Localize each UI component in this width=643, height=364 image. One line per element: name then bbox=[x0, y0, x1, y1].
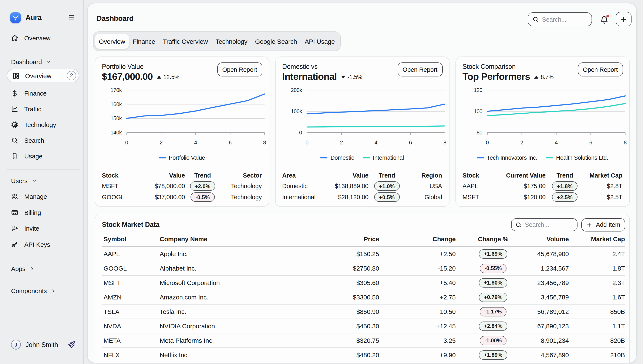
card-table-header: Value bbox=[324, 172, 369, 179]
chevron-down-icon bbox=[31, 178, 37, 183]
open-report-button[interactable]: Open Report bbox=[217, 62, 262, 76]
sidebar-item-finance[interactable]: Finance bbox=[11, 88, 47, 98]
aura-logo-icon[interactable] bbox=[10, 12, 21, 23]
search-icon bbox=[11, 136, 18, 144]
stock-table-row[interactable]: METAMeta Platforms Inc.$320.75-3.25-1.00… bbox=[102, 333, 625, 348]
sidebar-item-search[interactable]: Search bbox=[11, 135, 44, 145]
chevron-down-icon bbox=[46, 59, 51, 64]
stock-column-header: Market Cap bbox=[569, 235, 625, 242]
stock-table-cell: $305.60 bbox=[285, 279, 379, 286]
trend-badge: -0.55% bbox=[480, 264, 507, 273]
chevron-right-icon bbox=[29, 266, 35, 271]
trend-badge: +1.80% bbox=[479, 278, 507, 287]
search-input[interactable]: Search... bbox=[528, 12, 592, 26]
triangle-up-icon bbox=[534, 76, 539, 78]
sidebar-item-api-keys[interactable]: API Keys bbox=[11, 239, 50, 249]
card-table-cell: $2.8T bbox=[584, 183, 622, 190]
stock-table-cell: 820B bbox=[569, 337, 625, 344]
svg-text:4: 4 bbox=[555, 140, 557, 146]
stock-table-cell: -15.20 bbox=[379, 264, 456, 272]
stock-column-header: Symbol bbox=[102, 235, 160, 242]
card-table-header: Market Cap bbox=[584, 172, 622, 179]
dollar-icon bbox=[11, 90, 18, 97]
sidebar-section-components[interactable]: Components bbox=[11, 286, 56, 295]
sidebar-item-overview[interactable]: Overview2 bbox=[7, 69, 79, 82]
stock-table-row[interactable]: AAPLApple Inc.$150.25+2.50+1.69%45,678,9… bbox=[102, 246, 625, 261]
card-table: AreaValueTrendRegionDomestic$138,889.00+… bbox=[282, 170, 442, 202]
avatar[interactable]: J bbox=[11, 340, 21, 350]
open-report-button[interactable]: Open Report bbox=[578, 62, 623, 76]
stock-table-cell: -10.50 bbox=[379, 308, 456, 315]
sidebar-item-label: API Keys bbox=[24, 240, 50, 248]
trend-badge: +2.5% bbox=[552, 192, 577, 202]
cpu-icon bbox=[11, 121, 18, 128]
sidebar-item-technology[interactable]: Technology bbox=[11, 119, 56, 130]
search-icon bbox=[516, 222, 522, 228]
stock-table-row[interactable]: MSFTMicrosoft Corporation$305.60+5.40+1.… bbox=[102, 275, 625, 290]
sidebar-item-billing[interactable]: Billing bbox=[11, 207, 41, 218]
legend-item: International bbox=[362, 154, 404, 161]
tab-overview[interactable]: Overview bbox=[95, 34, 129, 49]
stock-table-row[interactable]: AMZNAmazon.com Inc.$3300.50+2.75+0.79%3,… bbox=[102, 290, 625, 304]
sidebar: Aura OverviewDashboardOverview2UsersApps… bbox=[0, 0, 84, 364]
card-table-cell: +0.5% bbox=[368, 192, 405, 202]
stock-section-header: Stock Market Data Search... Add Item bbox=[102, 218, 625, 231]
trend-badge: +1.69% bbox=[479, 249, 507, 258]
chart-area: 170k160k150k140k02468 bbox=[102, 87, 267, 146]
sidebar-item-invite[interactable]: Invite bbox=[11, 223, 39, 233]
menu-icon[interactable] bbox=[68, 14, 75, 20]
stock-table-cell: NFLX bbox=[102, 351, 160, 358]
svg-text:6: 6 bbox=[228, 140, 231, 146]
sidebar-item-label: Overview bbox=[25, 72, 51, 79]
card-table-cell: International bbox=[282, 194, 324, 200]
stock-table-row[interactable]: NFLXNetflix Inc.$480.20+9.90+1.89%4,567,… bbox=[102, 348, 625, 362]
user-profile[interactable]: J John Smith bbox=[11, 340, 58, 350]
trend-badge: -0.5% bbox=[190, 192, 215, 202]
sidebar-section-apps[interactable]: Apps bbox=[11, 264, 35, 273]
tab-technology[interactable]: Technology bbox=[212, 34, 251, 49]
tab-finance[interactable]: Finance bbox=[129, 34, 159, 49]
sidebar-item-usage[interactable]: Usage bbox=[11, 151, 43, 161]
sidebar-item-overview-top[interactable]: Overview bbox=[11, 33, 50, 43]
stock-table-cell: 1.1T bbox=[569, 322, 625, 330]
svg-text:8: 8 bbox=[263, 140, 266, 146]
stock-search-input[interactable]: Search... bbox=[511, 218, 578, 231]
sidebar-section-users[interactable]: Users bbox=[11, 176, 37, 185]
trend-badge: +2.84% bbox=[479, 321, 507, 331]
trend-badge: +1.8% bbox=[552, 181, 577, 191]
sidebar-section-dashboard[interactable]: Dashboard bbox=[11, 57, 51, 66]
svg-text:2: 2 bbox=[159, 140, 162, 146]
stock-table-cell: +2.84% bbox=[456, 321, 531, 331]
add-item-button[interactable]: Add Item bbox=[581, 218, 625, 231]
stock-table-row[interactable]: TSLATesla Inc.$850.90-10.50-1.17%56,789,… bbox=[102, 304, 625, 318]
section-label-text: Dashboard bbox=[11, 58, 42, 65]
search-placeholder: Search... bbox=[542, 16, 566, 23]
tab-traffic-overview[interactable]: Traffic Overview bbox=[159, 34, 212, 49]
svg-text:8: 8 bbox=[443, 140, 446, 146]
card-table-cell: Technology bbox=[220, 194, 262, 200]
sidebar-item-traffic[interactable]: Traffic bbox=[11, 104, 41, 114]
count-badge: 2 bbox=[67, 71, 76, 80]
svg-text:2: 2 bbox=[340, 140, 343, 146]
phone-icon bbox=[11, 152, 18, 160]
divider bbox=[7, 256, 80, 256]
sidebar-item-label: Traffic bbox=[24, 105, 41, 112]
card-value: Top Performers bbox=[463, 71, 530, 82]
open-report-button[interactable]: Open Report bbox=[397, 62, 443, 76]
stock-table-row[interactable]: GOOGLAlphabet Inc.$2750.80-15.20-0.55%1,… bbox=[102, 261, 625, 275]
tab-api-usage[interactable]: API Usage bbox=[301, 34, 339, 49]
add-button[interactable] bbox=[615, 12, 631, 26]
legend-swatch bbox=[159, 157, 166, 159]
card-delta: 8.7% bbox=[534, 74, 554, 80]
svg-text:0: 0 bbox=[125, 140, 128, 146]
legend-swatch bbox=[477, 157, 484, 159]
tab-bar: OverviewFinanceTraffic OverviewTechnolog… bbox=[93, 32, 341, 51]
stock-table-cell: 45,678,900 bbox=[531, 250, 569, 258]
svg-text:80: 80 bbox=[477, 130, 482, 136]
tab-google-search[interactable]: Google Search bbox=[251, 34, 301, 49]
paintbrush-icon[interactable] bbox=[68, 341, 76, 348]
section-label-text: Users bbox=[11, 177, 28, 184]
notifications-button[interactable] bbox=[599, 15, 609, 25]
stock-table-row[interactable]: NVDANVIDIA Corporation$450.30+12.45+2.84… bbox=[102, 318, 625, 333]
sidebar-item-manage[interactable]: Manage bbox=[11, 191, 47, 201]
